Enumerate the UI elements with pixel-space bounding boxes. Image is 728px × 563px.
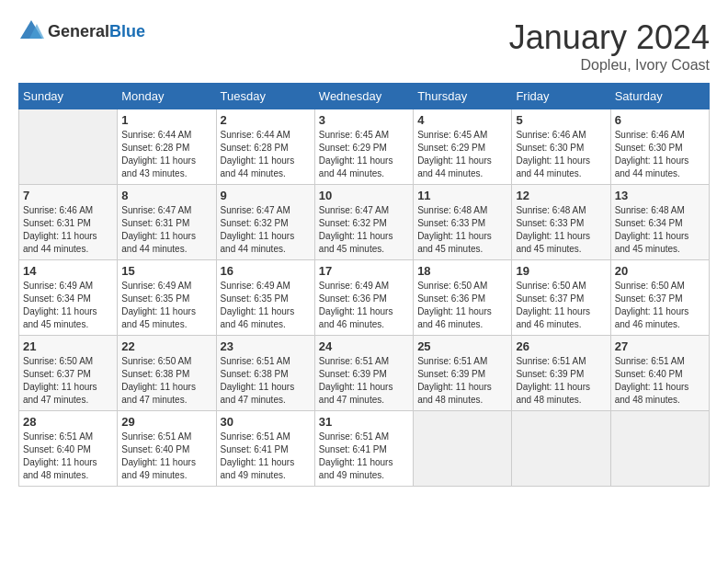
day-number: 15 xyxy=(121,264,211,278)
cell-w4-d4: 24Sunrise: 6:51 AMSunset: 6:39 PMDayligh… xyxy=(314,336,413,411)
day-number: 18 xyxy=(417,264,507,278)
cell-w2-d6: 12Sunrise: 6:48 AMSunset: 6:33 PMDayligh… xyxy=(512,185,610,260)
cell-w4-d6: 26Sunrise: 6:51 AMSunset: 6:39 PMDayligh… xyxy=(512,336,610,411)
logo: GeneralBlue xyxy=(18,18,145,44)
logo-icon xyxy=(18,18,44,44)
cell-w4-d1: 21Sunrise: 6:50 AMSunset: 6:37 PMDayligh… xyxy=(19,336,118,411)
header-wednesday: Wednesday xyxy=(314,84,413,109)
cell-w1-d6: 5Sunrise: 6:46 AMSunset: 6:30 PMDaylight… xyxy=(512,109,610,185)
day-info: Sunrise: 6:45 AMSunset: 6:29 PMDaylight:… xyxy=(417,129,507,180)
day-number: 28 xyxy=(23,415,113,429)
cell-w3-d7: 20Sunrise: 6:50 AMSunset: 6:37 PMDayligh… xyxy=(610,260,709,336)
day-info: Sunrise: 6:47 AMSunset: 6:32 PMDaylight:… xyxy=(221,204,311,256)
cell-w4-d7: 27Sunrise: 6:51 AMSunset: 6:40 PMDayligh… xyxy=(610,336,709,411)
day-number: 26 xyxy=(516,339,606,353)
header-tuesday: Tuesday xyxy=(216,84,314,109)
day-info: Sunrise: 6:44 AMSunset: 6:28 PMDaylight:… xyxy=(221,129,311,180)
cell-w2-d4: 10Sunrise: 6:47 AMSunset: 6:32 PMDayligh… xyxy=(314,185,413,260)
day-info: Sunrise: 6:51 AMSunset: 6:40 PMDaylight:… xyxy=(615,355,705,407)
cell-w5-d3: 30Sunrise: 6:51 AMSunset: 6:41 PMDayligh… xyxy=(216,411,314,487)
day-info: Sunrise: 6:51 AMSunset: 6:40 PMDaylight:… xyxy=(23,431,113,482)
week-row-3: 14Sunrise: 6:49 AMSunset: 6:34 PMDayligh… xyxy=(19,260,710,336)
day-info: Sunrise: 6:50 AMSunset: 6:36 PMDaylight:… xyxy=(417,280,507,331)
day-number: 23 xyxy=(221,339,311,353)
day-number: 20 xyxy=(615,264,705,278)
day-info: Sunrise: 6:49 AMSunset: 6:35 PMDaylight:… xyxy=(221,280,311,331)
day-info: Sunrise: 6:50 AMSunset: 6:37 PMDaylight:… xyxy=(615,280,705,331)
cell-w1-d7: 6Sunrise: 6:46 AMSunset: 6:30 PMDaylight… xyxy=(610,109,709,185)
cell-w2-d2: 8Sunrise: 6:47 AMSunset: 6:31 PMDaylight… xyxy=(118,185,216,260)
cell-w5-d5 xyxy=(414,411,512,487)
cell-w1-d4: 3Sunrise: 6:45 AMSunset: 6:29 PMDaylight… xyxy=(314,109,413,185)
day-number: 6 xyxy=(615,113,705,127)
cell-w2-d1: 7Sunrise: 6:46 AMSunset: 6:31 PMDaylight… xyxy=(19,185,118,260)
day-number: 19 xyxy=(516,264,606,278)
cell-w1-d1 xyxy=(19,109,118,185)
cell-w5-d6 xyxy=(512,411,610,487)
logo-general-text: General xyxy=(48,22,109,40)
day-info: Sunrise: 6:46 AMSunset: 6:30 PMDaylight:… xyxy=(516,129,606,180)
cell-w1-d2: 1Sunrise: 6:44 AMSunset: 6:28 PMDaylight… xyxy=(118,109,216,185)
header-friday: Friday xyxy=(512,84,610,109)
day-info: Sunrise: 6:48 AMSunset: 6:33 PMDaylight:… xyxy=(417,204,507,256)
day-number: 3 xyxy=(319,113,409,127)
day-info: Sunrise: 6:45 AMSunset: 6:29 PMDaylight:… xyxy=(319,129,409,180)
weekday-header-row: Sunday Monday Tuesday Wednesday Thursday… xyxy=(19,84,710,109)
week-row-4: 21Sunrise: 6:50 AMSunset: 6:37 PMDayligh… xyxy=(19,336,710,411)
day-info: Sunrise: 6:48 AMSunset: 6:34 PMDaylight:… xyxy=(615,204,705,256)
cell-w5-d2: 29Sunrise: 6:51 AMSunset: 6:40 PMDayligh… xyxy=(118,411,216,487)
day-info: Sunrise: 6:50 AMSunset: 6:37 PMDaylight:… xyxy=(23,355,113,407)
day-number: 17 xyxy=(319,264,409,278)
day-info: Sunrise: 6:47 AMSunset: 6:32 PMDaylight:… xyxy=(319,204,409,256)
day-number: 1 xyxy=(121,113,211,127)
day-info: Sunrise: 6:48 AMSunset: 6:33 PMDaylight:… xyxy=(516,204,606,256)
day-number: 5 xyxy=(516,113,606,127)
day-number: 12 xyxy=(516,189,606,202)
day-number: 31 xyxy=(319,415,409,429)
cell-w3-d4: 17Sunrise: 6:49 AMSunset: 6:36 PMDayligh… xyxy=(314,260,413,336)
day-info: Sunrise: 6:49 AMSunset: 6:34 PMDaylight:… xyxy=(23,280,113,331)
day-number: 4 xyxy=(417,113,507,127)
day-info: Sunrise: 6:51 AMSunset: 6:39 PMDaylight:… xyxy=(417,355,507,407)
day-info: Sunrise: 6:51 AMSunset: 6:41 PMDaylight:… xyxy=(319,431,409,482)
week-row-1: 1Sunrise: 6:44 AMSunset: 6:28 PMDaylight… xyxy=(19,109,710,185)
day-number: 8 xyxy=(121,189,211,202)
cell-w2-d5: 11Sunrise: 6:48 AMSunset: 6:33 PMDayligh… xyxy=(414,185,512,260)
cell-w2-d3: 9Sunrise: 6:47 AMSunset: 6:32 PMDaylight… xyxy=(216,185,314,260)
day-number: 7 xyxy=(23,189,113,202)
header-monday: Monday xyxy=(118,84,216,109)
day-number: 9 xyxy=(221,189,311,202)
cell-w3-d6: 19Sunrise: 6:50 AMSunset: 6:37 PMDayligh… xyxy=(512,260,610,336)
calendar-table: Sunday Monday Tuesday Wednesday Thursday… xyxy=(18,83,710,487)
month-title: January 2024 xyxy=(509,18,710,57)
day-number: 30 xyxy=(221,415,311,429)
day-number: 21 xyxy=(23,339,113,353)
day-number: 29 xyxy=(121,415,211,429)
cell-w2-d7: 13Sunrise: 6:48 AMSunset: 6:34 PMDayligh… xyxy=(610,185,709,260)
day-info: Sunrise: 6:44 AMSunset: 6:28 PMDaylight:… xyxy=(121,129,211,180)
day-info: Sunrise: 6:51 AMSunset: 6:39 PMDaylight:… xyxy=(319,355,409,407)
day-number: 25 xyxy=(417,339,507,353)
day-number: 10 xyxy=(319,189,409,202)
day-number: 16 xyxy=(221,264,311,278)
location-subtitle: Dopleu, Ivory Coast xyxy=(509,57,710,74)
cell-w5-d4: 31Sunrise: 6:51 AMSunset: 6:41 PMDayligh… xyxy=(314,411,413,487)
cell-w1-d5: 4Sunrise: 6:45 AMSunset: 6:29 PMDaylight… xyxy=(414,109,512,185)
title-block: January 2024 Dopleu, Ivory Coast xyxy=(509,18,710,74)
cell-w3-d5: 18Sunrise: 6:50 AMSunset: 6:36 PMDayligh… xyxy=(414,260,512,336)
cell-w4-d3: 23Sunrise: 6:51 AMSunset: 6:38 PMDayligh… xyxy=(216,336,314,411)
header-sunday: Sunday xyxy=(19,84,118,109)
day-info: Sunrise: 6:51 AMSunset: 6:40 PMDaylight:… xyxy=(121,431,211,482)
day-number: 13 xyxy=(615,189,705,202)
day-info: Sunrise: 6:50 AMSunset: 6:37 PMDaylight:… xyxy=(516,280,606,331)
cell-w3-d2: 15Sunrise: 6:49 AMSunset: 6:35 PMDayligh… xyxy=(118,260,216,336)
day-info: Sunrise: 6:46 AMSunset: 6:31 PMDaylight:… xyxy=(23,204,113,256)
day-number: 2 xyxy=(221,113,311,127)
day-info: Sunrise: 6:46 AMSunset: 6:30 PMDaylight:… xyxy=(615,129,705,180)
day-info: Sunrise: 6:47 AMSunset: 6:31 PMDaylight:… xyxy=(121,204,211,256)
cell-w4-d2: 22Sunrise: 6:50 AMSunset: 6:38 PMDayligh… xyxy=(118,336,216,411)
week-row-2: 7Sunrise: 6:46 AMSunset: 6:31 PMDaylight… xyxy=(19,185,710,260)
day-number: 11 xyxy=(417,189,507,202)
day-number: 24 xyxy=(319,339,409,353)
day-info: Sunrise: 6:51 AMSunset: 6:38 PMDaylight:… xyxy=(221,355,311,407)
